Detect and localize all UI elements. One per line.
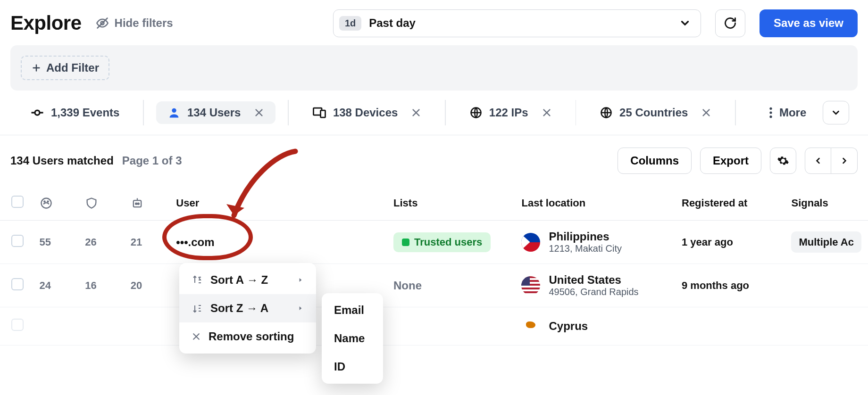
row-checkbox[interactable] (11, 278, 24, 290)
sort-az-label: Sort A → Z (210, 273, 268, 287)
row-signal-chip: Multiple Ac (791, 231, 861, 253)
col-shield-icon[interactable] (78, 186, 124, 221)
sort-by-id[interactable]: ID (322, 353, 383, 381)
row-score-3: 20 (124, 264, 170, 307)
user-icon (167, 106, 181, 119)
segment-events[interactable]: 1,339 Events (19, 101, 131, 124)
svg-marker-32 (300, 278, 302, 282)
row-checkbox[interactable] (11, 319, 24, 331)
chevron-right-icon (297, 277, 304, 283)
devices-icon (312, 106, 326, 120)
row-location-sub: 1213, Makati City (549, 243, 622, 254)
segment-more-label: More (779, 106, 806, 119)
col-registered-at[interactable]: Registered at (675, 186, 785, 221)
next-page-button[interactable] (831, 148, 858, 174)
segment-tabs: 1,339 Events 134 Users 138 Devices 122 I… (0, 91, 868, 135)
chevron-right-icon (840, 156, 849, 165)
segments-expand-button[interactable] (823, 101, 849, 124)
row-score-2: 16 (78, 264, 124, 307)
table-row[interactable]: 24 16 20 None United States49506, Grand … (0, 264, 868, 307)
row-checkbox[interactable] (11, 235, 24, 247)
select-all-checkbox[interactable] (11, 196, 24, 208)
prev-page-button[interactable] (805, 148, 831, 174)
flag-icon (521, 317, 540, 336)
svg-point-23 (769, 111, 772, 114)
flag-icon (521, 276, 540, 295)
row-score-1: 55 (33, 221, 79, 264)
hide-filters-button[interactable]: Hide filters (96, 16, 173, 30)
globe-icon (600, 106, 613, 119)
segment-devices-label: 138 Devices (333, 106, 398, 119)
close-icon[interactable] (411, 107, 421, 118)
svg-point-24 (769, 115, 772, 118)
refresh-icon (724, 16, 737, 30)
sort-by-email[interactable]: Email (322, 296, 383, 324)
close-icon[interactable] (254, 107, 264, 118)
refresh-button[interactable] (715, 9, 745, 37)
more-dots-icon (769, 107, 773, 119)
add-filter-label: Add Filter (46, 61, 99, 74)
row-location-sub: 49506, Grand Rapids (549, 287, 638, 297)
time-range-badge: 1d (339, 16, 361, 31)
close-icon[interactable] (701, 107, 711, 118)
row-country: Cyprus (549, 320, 588, 333)
hide-icon (96, 16, 109, 30)
col-last-location[interactable]: Last location (515, 186, 675, 221)
time-range-picker[interactable]: 1d Past day (333, 9, 701, 37)
svg-point-7 (172, 108, 176, 113)
row-country: United States (549, 273, 638, 287)
segment-users[interactable]: 134 Users (156, 101, 275, 124)
table-row[interactable]: Cyprus (0, 307, 868, 346)
row-registered: 1 year ago (675, 221, 785, 264)
chevron-right-icon (297, 305, 304, 312)
pager (805, 148, 858, 174)
sort-remove-label: Remove sorting (209, 330, 294, 343)
svg-point-4 (35, 110, 40, 115)
row-country: Philippines (549, 230, 622, 243)
segment-more-button[interactable]: More (760, 101, 815, 124)
list-badge: Trusted users (393, 232, 491, 252)
sort-remove[interactable]: Remove sorting (179, 322, 316, 351)
sort-az[interactable]: Sort A → Z (179, 266, 316, 294)
sort-by-name[interactable]: Name (322, 324, 383, 353)
plus-icon (31, 63, 42, 73)
time-range-label: Past day (369, 16, 671, 30)
segment-countries-label: 25 Countries (619, 106, 688, 119)
chevron-down-icon (831, 107, 841, 118)
segment-devices[interactable]: 138 Devices (301, 101, 433, 124)
sort-za[interactable]: Sort Z → A (179, 294, 316, 322)
globe-icon (469, 106, 483, 119)
segment-events-label: 1,339 Events (51, 106, 119, 119)
columns-button[interactable]: Columns (618, 148, 692, 174)
row-score-1: 24 (33, 264, 79, 307)
col-score-1-icon[interactable] (33, 186, 79, 221)
row-list-none: None (393, 279, 422, 292)
col-bot-icon[interactable] (124, 186, 170, 221)
segment-ips[interactable]: 122 IPs (458, 101, 563, 124)
col-user[interactable]: User (169, 186, 387, 221)
add-filter-button[interactable]: Add Filter (21, 56, 109, 80)
svg-rect-11 (320, 110, 325, 117)
results-table: User Lists Last location Registered at S… (0, 186, 868, 346)
gear-icon (777, 155, 789, 167)
save-as-view-button[interactable]: Save as view (760, 9, 858, 37)
chevron-down-icon (679, 17, 691, 29)
flag-icon (521, 233, 540, 252)
row-user: •••.com (169, 221, 387, 264)
svg-point-29 (135, 203, 137, 205)
filter-bar: Add Filter (10, 45, 858, 91)
sort-submenu: Email Name ID (322, 293, 383, 384)
svg-point-22 (769, 107, 772, 110)
export-button[interactable]: Export (700, 148, 761, 174)
settings-button[interactable] (770, 148, 796, 174)
sort-menu: Sort A → Z Sort Z → A Remove sorting (179, 263, 316, 354)
col-lists[interactable]: Lists (387, 186, 515, 221)
chevron-left-icon (813, 156, 823, 165)
col-signals[interactable]: Signals (785, 186, 868, 221)
table-row[interactable]: 55 26 21 •••.com Trusted users Philippin… (0, 221, 868, 264)
segment-countries[interactable]: 25 Countries (588, 101, 723, 124)
sort-za-label: Sort Z → A (210, 302, 268, 315)
page-info: Page 1 of 3 (122, 154, 182, 167)
close-icon[interactable] (542, 107, 552, 118)
hide-filters-label: Hide filters (115, 16, 173, 30)
